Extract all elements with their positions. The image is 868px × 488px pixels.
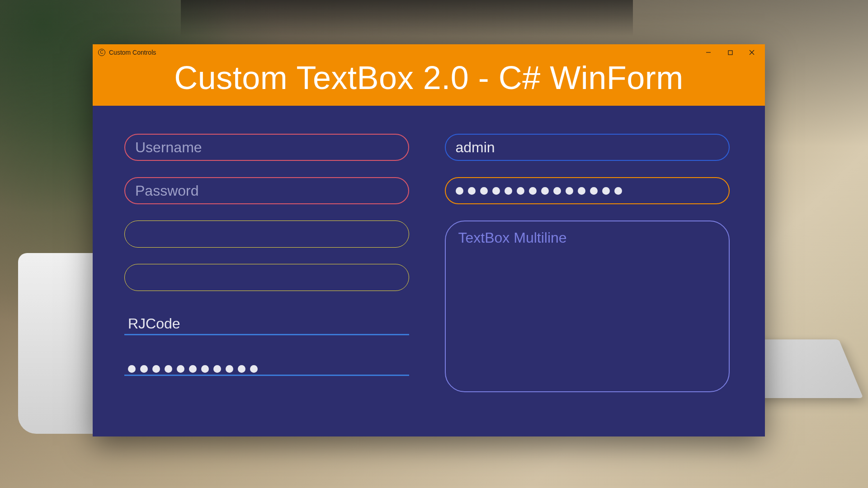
right-password-dots: [456, 187, 622, 195]
window-title: Custom Controls: [109, 49, 156, 56]
minimize-icon: [706, 50, 711, 55]
username-input[interactable]: Username: [124, 134, 409, 161]
app-icon: C: [98, 49, 105, 56]
underline-password-dots: [128, 365, 258, 373]
svg-rect-1: [728, 51, 732, 55]
minimize-button[interactable]: [703, 47, 714, 58]
multiline-textbox[interactable]: TextBox Multiline: [445, 221, 730, 392]
close-button[interactable]: [746, 47, 758, 58]
window-controls: [703, 47, 762, 58]
rjcode-value: RJCode: [128, 315, 180, 332]
multiline-placeholder: TextBox Multiline: [458, 230, 567, 246]
close-icon: [749, 50, 755, 55]
username-placeholder: Username: [135, 139, 202, 156]
left-column: Username Password RJCode: [124, 134, 413, 418]
right-password-input[interactable]: [445, 177, 730, 204]
password-placeholder: Password: [135, 183, 199, 199]
background-monitor: [181, 0, 633, 36]
desktop-background: C Custom Controls Custom TextBox 2.0 - C…: [0, 0, 868, 488]
maximize-icon: [728, 50, 733, 55]
form-body: Username Password RJCode admin: [93, 106, 765, 436]
page-title: Custom TextBox 2.0 - C# WinForm: [93, 61, 765, 106]
titlebar[interactable]: C Custom Controls: [93, 44, 765, 61]
password-input[interactable]: Password: [124, 177, 409, 204]
underline-password-input[interactable]: [124, 351, 409, 376]
right-column: admin TextBox Multiline: [445, 134, 734, 418]
yellow-input-1[interactable]: [124, 221, 409, 248]
admin-value: admin: [456, 139, 495, 156]
app-window: C Custom Controls Custom TextBox 2.0 - C…: [93, 44, 765, 436]
yellow-input-2[interactable]: [124, 264, 409, 291]
rjcode-input[interactable]: RJCode: [124, 310, 409, 335]
maximize-button[interactable]: [724, 47, 736, 58]
admin-input[interactable]: admin: [445, 134, 730, 161]
